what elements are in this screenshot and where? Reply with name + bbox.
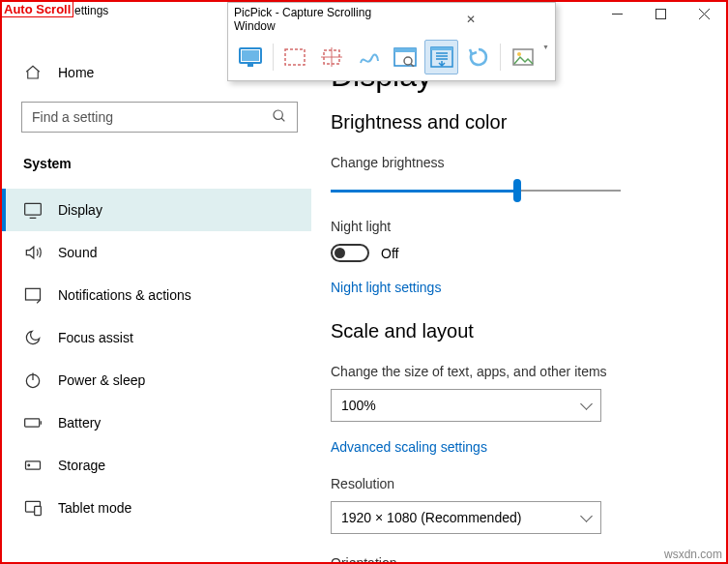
svg-point-17 — [404, 57, 412, 65]
sidebar-item-battery[interactable]: Battery — [2, 401, 311, 444]
dropdown-caret-icon[interactable]: ▼ — [542, 44, 549, 50]
svg-point-6 — [28, 464, 30, 466]
content-pane: Display Brightness and color Change brig… — [311, 2, 726, 562]
svg-rect-16 — [394, 48, 416, 52]
resolution-value: 1920 × 1080 (Recommended) — [341, 510, 521, 525]
svg-rect-8 — [35, 506, 42, 515]
focus-icon — [23, 328, 43, 347]
search-icon — [272, 108, 287, 127]
nightlight-toggle[interactable] — [331, 244, 369, 262]
home-icon — [23, 63, 43, 82]
maximize-button[interactable] — [639, 0, 683, 27]
svg-point-0 — [274, 110, 282, 119]
repeat-icon[interactable] — [461, 40, 495, 74]
svg-rect-19 — [431, 47, 452, 50]
storage-icon — [23, 456, 43, 475]
settings-window: ettings Home Find a setting System Displ… — [2, 2, 726, 562]
picpick-title: PicPick - Capture Scrolling Window — [234, 6, 392, 33]
image-icon[interactable] — [506, 40, 539, 74]
fullscreen-icon[interactable] — [234, 40, 268, 74]
sidebar-item-sound[interactable]: Sound — [2, 231, 311, 274]
nav-label: Battery — [58, 415, 101, 430]
picpick-close-button[interactable]: ✕ — [392, 13, 549, 26]
picpick-titlebar[interactable]: PicPick - Capture Scrolling Window ✕ — [228, 3, 555, 36]
window-title: ettings — [74, 4, 108, 17]
nav-label: Notifications & actions — [58, 287, 191, 303]
slider-thumb[interactable] — [513, 179, 521, 202]
nightlight-state: Off — [381, 246, 398, 261]
picpick-window[interactable]: PicPick - Capture Scrolling Window ✕ ▼ — [227, 2, 556, 81]
sidebar-item-tablet[interactable]: Tablet mode — [2, 487, 311, 529]
sidebar-item-storage[interactable]: Storage — [2, 444, 311, 487]
freehand-icon[interactable] — [352, 40, 386, 74]
nightlight-label: Night light — [331, 219, 699, 234]
display-icon — [23, 200, 43, 220]
window-capture-icon[interactable] — [389, 40, 422, 74]
region-icon[interactable] — [278, 40, 312, 74]
picpick-toolbar: ▼ — [228, 36, 555, 80]
search-input[interactable]: Find a setting — [21, 102, 298, 133]
advanced-scaling-link[interactable]: Advanced scaling settings — [331, 439, 699, 455]
notifications-icon — [23, 285, 43, 305]
scrolling-window-icon[interactable] — [424, 40, 458, 74]
orientation-label: Orientation — [331, 555, 699, 564]
svg-rect-4 — [25, 419, 40, 427]
search-placeholder: Find a setting — [32, 109, 113, 125]
brightness-slider[interactable] — [331, 184, 621, 197]
svg-rect-2 — [26, 288, 41, 300]
svg-rect-1 — [25, 203, 42, 215]
autoscroll-badge: Auto Scroll — [2, 2, 73, 17]
resolution-dropdown[interactable]: 1920 × 1080 (Recommended) — [331, 501, 601, 534]
svg-point-21 — [517, 52, 521, 56]
sidebar-item-power[interactable]: Power & sleep — [2, 359, 311, 401]
fixed-region-icon[interactable] — [315, 40, 349, 74]
nightlight-settings-link[interactable]: Night light settings — [331, 280, 699, 295]
watermark: wsxdn.com — [664, 548, 722, 561]
chevron-down-icon — [580, 510, 593, 522]
nav-label: Sound — [58, 245, 97, 260]
sound-icon — [23, 243, 43, 262]
sidebar-item-notifications[interactable]: Notifications & actions — [2, 274, 311, 316]
power-icon — [23, 371, 43, 390]
svg-rect-13 — [285, 49, 305, 65]
brightness-label: Change brightness — [331, 155, 699, 170]
window-controls — [596, 0, 726, 27]
section-scale: Scale and layout — [331, 320, 699, 342]
home-label: Home — [58, 65, 94, 80]
nav-list: Display Sound Notifications & actions Fo… — [2, 189, 311, 529]
svg-rect-9 — [656, 9, 666, 18]
sidebar-item-display[interactable]: Display — [2, 189, 311, 231]
nav-label: Display — [58, 202, 102, 218]
nav-label: Tablet mode — [58, 500, 131, 516]
resolution-label: Resolution — [331, 476, 699, 491]
chevron-down-icon — [580, 398, 593, 410]
battery-icon — [23, 413, 43, 432]
sidebar-item-focus-assist[interactable]: Focus assist — [2, 316, 311, 359]
tablet-icon — [23, 498, 43, 518]
scale-value: 100% — [341, 398, 376, 413]
nav-label: Power & sleep — [58, 372, 145, 388]
svg-rect-12 — [248, 64, 253, 67]
section-system: System — [2, 150, 311, 177]
scale-label: Change the size of text, apps, and other… — [331, 364, 699, 379]
svg-rect-11 — [242, 50, 259, 61]
nav-label: Storage — [58, 458, 105, 473]
section-brightness: Brightness and color — [331, 111, 699, 134]
close-button[interactable] — [683, 0, 726, 27]
nav-label: Focus assist — [58, 330, 133, 345]
scale-dropdown[interactable]: 100% — [331, 389, 601, 422]
sidebar: ettings Home Find a setting System Displ… — [2, 2, 311, 562]
minimize-button[interactable] — [596, 0, 639, 27]
